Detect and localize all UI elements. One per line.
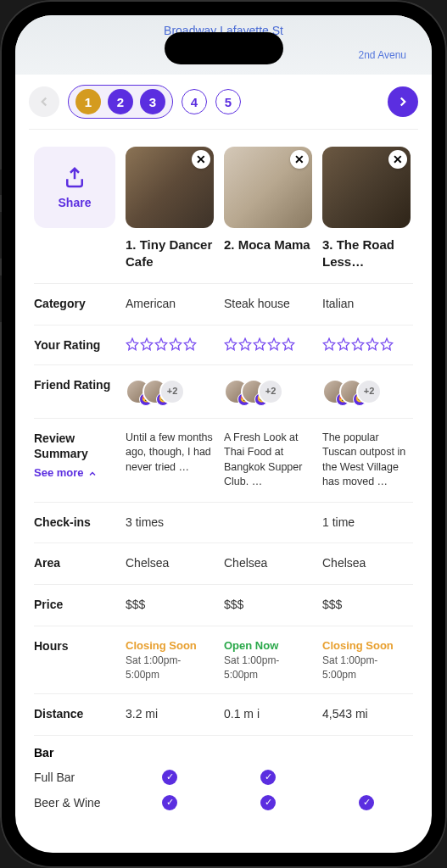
hours-time: Sat 1:00pm-5:00pm xyxy=(224,654,312,682)
check-icon: ✓ xyxy=(162,770,177,785)
row-label: Distance xyxy=(34,706,115,721)
row-price: Price $$$ $$$ $$$ xyxy=(34,585,413,626)
row-category: Category American Steak house Italian xyxy=(34,284,413,326)
star-icon[interactable] xyxy=(337,337,350,351)
page-button-5[interactable]: 5 xyxy=(215,89,241,114)
check-icon: ✓ xyxy=(359,795,374,810)
share-button[interactable]: Share xyxy=(34,147,115,228)
more-friends-badge[interactable]: +2 xyxy=(258,379,283,404)
share-icon xyxy=(62,165,87,191)
check-icon: ✓ xyxy=(260,795,276,810)
star-rating[interactable] xyxy=(224,337,312,351)
active-pages-pill: 1 2 3 xyxy=(68,85,173,119)
hours-status: Open Now xyxy=(224,638,312,654)
cell-check: ✓ xyxy=(126,770,214,785)
phone-silent-switch xyxy=(0,170,2,195)
cell-rating[interactable] xyxy=(224,337,312,351)
star-rating[interactable] xyxy=(322,337,411,351)
star-rating[interactable] xyxy=(126,337,214,351)
page-button-2[interactable]: 2 xyxy=(108,89,133,114)
star-icon[interactable] xyxy=(224,337,237,351)
star-icon[interactable] xyxy=(282,337,295,351)
cell-price: $$$ xyxy=(322,597,411,614)
row-area: Area Chelsea Chelsea Chelsea xyxy=(34,543,413,585)
page-button-1[interactable]: 1 xyxy=(75,89,101,114)
cell-category: Steak house xyxy=(224,296,312,313)
phone-notch xyxy=(165,32,283,64)
row-label: Hours xyxy=(34,638,115,654)
row-label: Area xyxy=(34,555,115,570)
row-full-bar: Full Bar ✓ ✓ xyxy=(34,765,413,790)
row-label: Your Rating xyxy=(34,337,115,353)
star-icon[interactable] xyxy=(267,337,281,351)
hours-time: Sat 1:00pm-5:00pm xyxy=(322,654,411,682)
row-beer-wine: Beer & Wine ✓ ✓ ✓ xyxy=(34,790,413,815)
restaurant-title[interactable]: 2. Moca Mama xyxy=(224,236,312,253)
phone-volume-up xyxy=(0,212,2,259)
remove-restaurant-button[interactable]: ✕ xyxy=(388,150,407,169)
cell-check: ✓ xyxy=(224,795,312,810)
star-icon[interactable] xyxy=(169,337,182,351)
map-street-label: 2nd Avenu xyxy=(358,49,406,61)
row-your-rating: Your Rating xyxy=(34,326,413,365)
cell-review: A Fresh Look at Thai Food at Bangkok Sup… xyxy=(224,431,312,490)
check-icon: ✓ xyxy=(260,770,276,785)
more-friends-badge[interactable]: +2 xyxy=(356,379,382,404)
cell-distance: 4,543 mi xyxy=(322,706,411,723)
remove-restaurant-button[interactable]: ✕ xyxy=(192,150,210,169)
row-hours: Hours Closing Soon Sat 1:00pm-5:00pm Ope… xyxy=(34,626,413,695)
cell-area: Chelsea xyxy=(224,555,312,572)
cell-category: Italian xyxy=(322,296,411,313)
cell-friend-rating[interactable]: 😍 😊 +2 xyxy=(126,377,214,406)
remove-restaurant-button[interactable]: ✕ xyxy=(290,150,309,169)
cell-hours: Open Now Sat 1:00pm-5:00pm xyxy=(224,638,312,682)
star-icon[interactable] xyxy=(322,337,336,351)
section-bar-label: Bar xyxy=(34,736,413,765)
nav-prev-button[interactable] xyxy=(29,86,59,117)
star-icon[interactable] xyxy=(183,337,197,351)
cell-check: ✓ xyxy=(224,770,312,785)
hours-status: Closing Soon xyxy=(322,638,411,654)
check-icon: ✓ xyxy=(162,795,177,810)
phone-frame: Broadway Lafayette St 2nd Avenu 1 2 3 4 … xyxy=(0,0,447,868)
chevron-up-icon xyxy=(87,469,98,479)
cell-price: $$$ xyxy=(224,597,312,614)
cell-rating[interactable] xyxy=(126,337,214,351)
page-button-4[interactable]: 4 xyxy=(182,89,207,114)
row-distance: Distance 3.2 mi 0.1 m i 4,543 mi xyxy=(34,694,413,736)
cell-price: $$$ xyxy=(126,597,214,614)
see-more-button[interactable]: See more xyxy=(34,466,115,481)
page-button-3[interactable]: 3 xyxy=(140,89,165,114)
cell-hours: Closing Soon Sat 1:00pm-5:00pm xyxy=(126,638,214,682)
star-icon[interactable] xyxy=(154,337,168,351)
row-label: Price xyxy=(34,597,115,612)
row-label: Check-ins xyxy=(34,515,115,530)
star-icon[interactable] xyxy=(238,337,252,351)
screen: Broadway Lafayette St 2nd Avenu 1 2 3 4 … xyxy=(15,15,432,853)
restaurant-title[interactable]: 3. The Road Less… xyxy=(322,236,411,270)
hours-status: Closing Soon xyxy=(126,638,214,654)
cell-rating[interactable] xyxy=(322,337,411,351)
restaurant-title[interactable]: 1. Tiny Dancer Cafe xyxy=(126,236,214,270)
row-label: Review Summary See more xyxy=(34,431,115,481)
more-friends-badge[interactable]: +2 xyxy=(159,379,185,404)
star-icon[interactable] xyxy=(126,337,139,351)
cell-review: Until a few months ago, though, I had ne… xyxy=(126,431,214,476)
cell-hours: Closing Soon Sat 1:00pm-5:00pm xyxy=(322,638,411,682)
row-checkins: Check-ins 3 times 1 time xyxy=(34,503,413,544)
star-icon[interactable] xyxy=(140,337,154,351)
cell-check: ✓ xyxy=(126,795,214,810)
nav-next-button[interactable] xyxy=(388,86,418,117)
star-icon[interactable] xyxy=(351,337,365,351)
cell-distance: 0.1 m i xyxy=(224,706,312,723)
star-icon[interactable] xyxy=(380,337,394,351)
cell-checkins: 1 time xyxy=(322,515,411,531)
share-label: Share xyxy=(59,196,92,209)
cell-friend-rating[interactable]: 😍 😊 +2 xyxy=(322,377,411,406)
cell-category: American xyxy=(126,296,214,313)
review-summary-label: Review Summary xyxy=(34,431,88,460)
star-icon[interactable] xyxy=(253,337,266,351)
star-icon[interactable] xyxy=(366,337,379,351)
row-label: Category xyxy=(34,296,115,311)
cell-friend-rating[interactable]: 😍 😊 +2 xyxy=(224,377,312,406)
